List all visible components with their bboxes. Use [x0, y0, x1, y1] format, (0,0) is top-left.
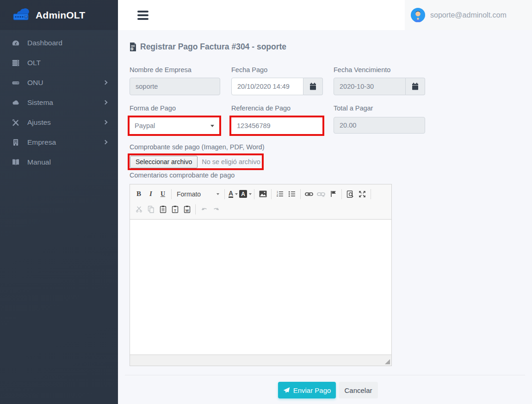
- paste-as-plain-text-button[interactable]: T: [169, 203, 181, 215]
- total-label: Total a Pagar: [334, 104, 425, 112]
- invoice-dollar-icon: $: [130, 43, 136, 51]
- payment-date-field-group: Fecha Pago: [231, 66, 323, 95]
- no-file-chosen-text: No se eligió archivo: [202, 158, 260, 165]
- submit-payment-label: Enviar Pago: [293, 386, 331, 394]
- unlink-icon: [317, 191, 325, 197]
- bold-button[interactable]: B: [133, 188, 145, 200]
- calendar-icon: [309, 83, 316, 90]
- sidebar: AdminOLT Dashboard OLT ONU: [0, 0, 118, 404]
- sidebar-item-ajustes[interactable]: Ajustes: [0, 112, 118, 132]
- calendar-icon: [412, 83, 419, 90]
- sidebar-item-olt[interactable]: OLT: [0, 53, 118, 73]
- caret-down-icon: [235, 193, 238, 195]
- payment-method-field-group: Forma de Pago: [130, 104, 176, 112]
- file-upload-highlight-box: Seleccionar archivo No se eligió archivo: [128, 153, 264, 170]
- copy-button[interactable]: [145, 203, 157, 215]
- bulleted-list-icon: [288, 190, 296, 197]
- brand-logo[interactable]: AdminOLT: [0, 0, 118, 30]
- insert-image-button[interactable]: [257, 188, 269, 200]
- due-date-label: Fecha Vencimiento: [334, 66, 425, 73]
- adminolt-cloud-logo-icon: [12, 8, 31, 23]
- format-dropdown-label: Formato: [177, 190, 201, 198]
- toolbar-separator: [254, 189, 254, 199]
- scissors-icon: [136, 206, 142, 213]
- svg-text:W: W: [185, 208, 189, 213]
- comments-label: Comentarios comprobante de pago: [130, 171, 235, 179]
- toolbar-separator: [341, 189, 342, 199]
- maximize-button[interactable]: [356, 188, 368, 200]
- payment-reference-input[interactable]: [231, 117, 322, 134]
- sidebar-item-onu[interactable]: ONU: [0, 73, 118, 92]
- background-color-button[interactable]: A: [239, 188, 252, 200]
- payment-method-select[interactable]: Paypal: [130, 117, 219, 134]
- page-title-text: Registrar Pago Factura #304 - soporte: [140, 42, 286, 52]
- underline-button[interactable]: U: [157, 188, 169, 200]
- cut-button[interactable]: [133, 203, 145, 215]
- paste-from-word-button[interactable]: W: [181, 203, 193, 215]
- insert-link-button[interactable]: [303, 188, 315, 200]
- text-color-button[interactable]: A: [227, 188, 239, 200]
- select-caret-icon: [210, 125, 214, 127]
- clipboard-paste-icon: [160, 205, 167, 213]
- footer-divider: [125, 375, 525, 375]
- sidebar-item-empresa[interactable]: Empresa: [0, 132, 118, 152]
- caret-down-icon: [249, 193, 252, 195]
- sidebar-item-label: OLT: [27, 59, 41, 67]
- file-upload-label: Comprobante sde pago (Imagen, PDF, Word): [130, 143, 265, 151]
- numbered-list-icon: 12: [276, 190, 284, 197]
- redo-arrow-icon: [212, 207, 220, 212]
- preview-button[interactable]: [344, 188, 356, 200]
- remove-link-button[interactable]: [315, 188, 327, 200]
- sidebar-item-label: Empresa: [27, 138, 56, 147]
- chevron-right-icon: [103, 80, 108, 85]
- payment-method-highlight-box: Paypal: [128, 116, 221, 136]
- sidebar-toggle-hamburger-icon[interactable]: [137, 11, 148, 20]
- due-date-calendar-button[interactable]: [406, 78, 425, 95]
- cancel-button[interactable]: Cancelar: [339, 382, 378, 398]
- user-menu[interactable]: soporte@adminolt.com: [405, 0, 532, 30]
- caret-down-icon: [217, 193, 219, 195]
- main-content: $ Registrar Pago Factura #304 - soporte …: [118, 30, 532, 404]
- file-upload-section: Comprobante sde pago (Imagen, PDF, Word): [130, 143, 265, 151]
- user-avatar: [411, 8, 425, 22]
- italic-button[interactable]: I: [145, 188, 157, 200]
- undo-arrow-icon: [200, 207, 208, 212]
- onu-device-icon: [11, 79, 20, 87]
- tools-icon: [11, 118, 20, 127]
- payment-date-label: Fecha Pago: [231, 66, 323, 73]
- sidebar-item-sistema[interactable]: Sistema: [0, 92, 118, 112]
- sidebar-item-label: Sistema: [27, 98, 53, 107]
- topbar: soporte@adminolt.com: [118, 0, 532, 30]
- due-date-input: [334, 78, 406, 95]
- payment-date-calendar-button[interactable]: [303, 78, 323, 95]
- sidebar-item-manual[interactable]: Manual: [0, 152, 118, 172]
- editor-toolbar: B I U Formato A A: [130, 184, 391, 220]
- dashboard-icon: [11, 39, 20, 47]
- flag-anchor-icon: [330, 190, 336, 197]
- payment-reference-field-group: Referencia de Pago: [231, 104, 291, 112]
- paste-button[interactable]: [157, 203, 169, 215]
- copy-icon: [148, 206, 155, 213]
- chevron-right-icon: [103, 100, 108, 105]
- company-field-group: Nombre de Empresa: [130, 66, 220, 95]
- undo-button[interactable]: [198, 203, 210, 215]
- editor-content-area[interactable]: [130, 220, 391, 355]
- clipboard-paste-word-icon: W: [184, 205, 191, 213]
- format-dropdown[interactable]: Formato: [174, 188, 222, 200]
- cloud-icon: [11, 98, 20, 107]
- choose-file-button[interactable]: Seleccionar archivo: [130, 156, 198, 168]
- app-window: AdminOLT Dashboard OLT ONU: [0, 0, 532, 404]
- maximize-icon: [359, 190, 366, 198]
- payment-date-input[interactable]: [231, 78, 303, 95]
- bulleted-list-button[interactable]: [286, 188, 298, 200]
- numbered-list-button[interactable]: 12: [274, 188, 286, 200]
- preview-icon: [346, 190, 354, 198]
- redo-button[interactable]: [210, 203, 222, 215]
- submit-payment-button[interactable]: Enviar Pago: [278, 382, 336, 398]
- toolbar-separator: [271, 189, 272, 199]
- anchor-button[interactable]: [327, 188, 339, 200]
- sidebar-item-dashboard[interactable]: Dashboard: [0, 33, 118, 53]
- clipboard-paste-text-icon: T: [172, 205, 179, 213]
- editor-resize-handle[interactable]: [385, 359, 390, 364]
- payment-reference-highlight-box: [229, 116, 324, 136]
